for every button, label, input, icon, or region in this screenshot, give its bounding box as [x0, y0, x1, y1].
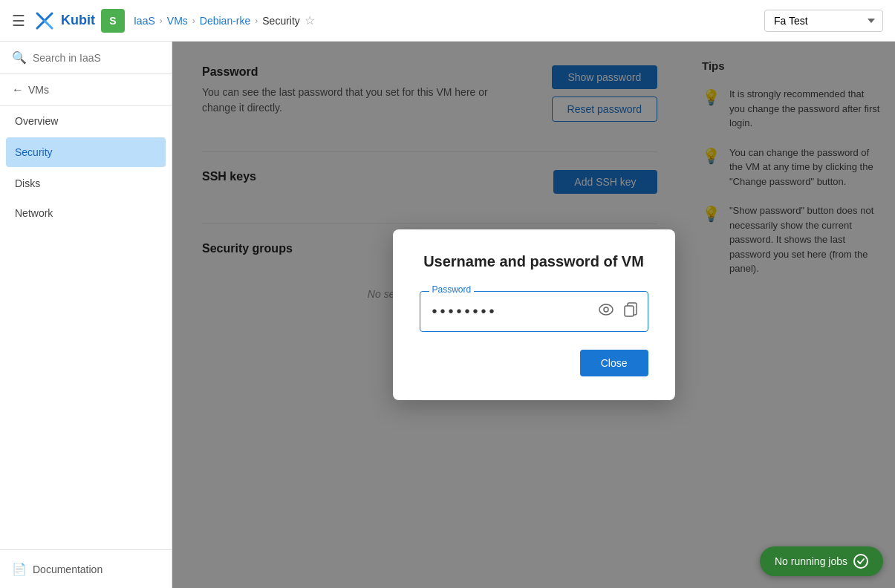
- back-arrow-icon: ←: [12, 83, 24, 97]
- sidebar-item-overview[interactable]: Overview: [0, 106, 172, 136]
- breadcrumb: IaaS › VMs › Debian-rke › Security ☆: [134, 13, 755, 27]
- sidebar-item-overview-label: Overview: [15, 115, 58, 127]
- search-input[interactable]: [33, 52, 160, 64]
- close-modal-button[interactable]: Close: [580, 350, 648, 376]
- status-bar: No running jobs: [760, 546, 883, 576]
- status-check-icon: [853, 554, 868, 569]
- sidebar: 🔍 ← VMs Overview Security Disks Network …: [0, 42, 172, 588]
- password-field-label: Password: [429, 284, 475, 295]
- modal-title: Username and password of VM: [420, 253, 648, 270]
- workspace-selector[interactable]: Fa Test: [764, 10, 883, 32]
- modal-footer: Close: [420, 350, 648, 376]
- hamburger-icon[interactable]: ☰: [12, 12, 25, 30]
- breadcrumb-vms[interactable]: VMs: [167, 15, 188, 27]
- sidebar-item-security[interactable]: Security: [6, 137, 166, 167]
- logo-area: Kubit S: [34, 9, 125, 33]
- sidebar-item-disks-label: Disks: [15, 177, 40, 189]
- documentation-label: Documentation: [33, 564, 102, 575]
- sidebar-item-security-label: Security: [15, 146, 53, 158]
- kubit-logo: Kubit: [34, 10, 95, 31]
- svg-point-0: [599, 304, 613, 315]
- breadcrumb-sep-1: ›: [160, 16, 163, 26]
- search-area: 🔍: [0, 42, 172, 74]
- back-to-vms[interactable]: ← VMs: [0, 74, 172, 106]
- breadcrumb-iaas[interactable]: IaaS: [134, 15, 155, 27]
- breadcrumb-current: Security: [262, 15, 300, 27]
- password-field: Password ••••••••: [420, 291, 648, 332]
- password-modal: Username and password of VM Password •••…: [393, 229, 675, 400]
- sidebar-item-network[interactable]: Network: [0, 198, 172, 228]
- modal-overlay[interactable]: Username and password of VM Password •••…: [172, 42, 895, 588]
- password-value: ••••••••: [432, 303, 597, 320]
- breadcrumb-sep-2: ›: [192, 16, 195, 26]
- top-nav: ☰ Kubit S IaaS › VMs › Debian-rke › Secu…: [0, 0, 895, 42]
- search-icon: 🔍: [12, 50, 27, 65]
- svg-rect-2: [625, 306, 634, 316]
- sidebar-item-network-label: Network: [15, 207, 53, 219]
- password-field-icons: [597, 301, 639, 322]
- sidebar-nav: Overview Security Disks Network: [0, 106, 172, 549]
- main-content-area: Password You can see the last password t…: [172, 42, 895, 588]
- breadcrumb-sep-3: ›: [255, 16, 258, 26]
- toggle-password-visibility-button[interactable]: [597, 302, 615, 321]
- back-label: VMs: [28, 84, 49, 96]
- copy-password-button[interactable]: [622, 301, 639, 322]
- status-label: No running jobs: [775, 555, 847, 567]
- main-layout: 🔍 ← VMs Overview Security Disks Network …: [0, 42, 895, 588]
- sidebar-item-disks[interactable]: Disks: [0, 169, 172, 198]
- svg-point-1: [604, 307, 608, 312]
- documentation-icon: 📄: [12, 562, 27, 576]
- kubit-label: Kubit: [61, 13, 95, 28]
- documentation-link[interactable]: 📄 Documentation: [0, 549, 172, 588]
- favorite-star-icon[interactable]: ☆: [305, 13, 315, 27]
- secondary-logo: S: [101, 9, 125, 33]
- breadcrumb-debian[interactable]: Debian-rke: [200, 15, 250, 27]
